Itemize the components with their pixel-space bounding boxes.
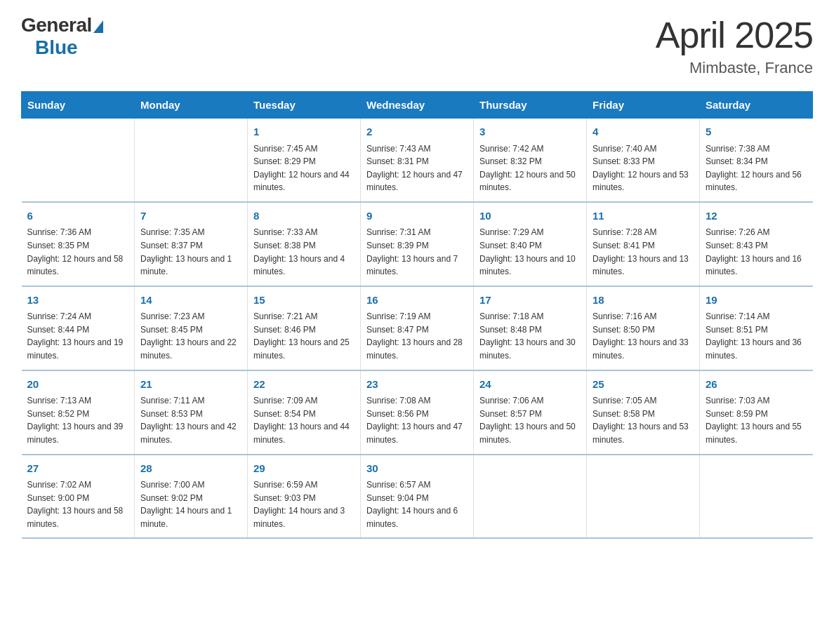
day-info: Sunrise: 7:21 AMSunset: 8:46 PMDaylight:… — [253, 310, 355, 362]
day-info: Sunrise: 7:23 AMSunset: 8:45 PMDaylight:… — [140, 310, 241, 362]
calendar-cell: 10Sunrise: 7:29 AMSunset: 8:40 PMDayligh… — [474, 202, 587, 286]
day-number: 23 — [366, 377, 468, 393]
day-number: 18 — [593, 293, 694, 309]
calendar-cell — [22, 119, 135, 202]
day-number: 15 — [253, 293, 355, 309]
calendar-cell: 25Sunrise: 7:05 AMSunset: 8:58 PMDayligh… — [587, 370, 700, 455]
day-info: Sunrise: 7:45 AMSunset: 8:29 PMDaylight:… — [253, 142, 355, 194]
day-number: 7 — [140, 208, 241, 224]
calendar-cell — [474, 455, 587, 539]
day-info: Sunrise: 7:09 AMSunset: 8:54 PMDaylight:… — [253, 394, 355, 446]
calendar-cell: 1Sunrise: 7:45 AMSunset: 8:29 PMDaylight… — [248, 119, 361, 202]
col-monday: Monday — [135, 92, 248, 119]
day-number: 16 — [366, 293, 468, 309]
day-info: Sunrise: 7:03 AMSunset: 8:59 PMDaylight:… — [706, 394, 807, 446]
calendar-cell: 18Sunrise: 7:16 AMSunset: 8:50 PMDayligh… — [587, 286, 700, 370]
day-info: Sunrise: 7:28 AMSunset: 8:41 PMDaylight:… — [593, 226, 694, 278]
calendar-cell: 5Sunrise: 7:38 AMSunset: 8:34 PMDaylight… — [700, 119, 813, 202]
day-number: 2 — [366, 124, 468, 140]
calendar-cell: 8Sunrise: 7:33 AMSunset: 8:38 PMDaylight… — [248, 202, 361, 286]
calendar-cell — [587, 455, 700, 539]
day-number: 20 — [27, 377, 129, 393]
calendar-cell: 15Sunrise: 7:21 AMSunset: 8:46 PMDayligh… — [248, 286, 361, 370]
calendar-cell — [700, 455, 813, 539]
day-info: Sunrise: 7:18 AMSunset: 8:48 PMDaylight:… — [479, 310, 581, 362]
day-number: 24 — [479, 377, 581, 393]
day-info: Sunrise: 7:42 AMSunset: 8:32 PMDaylight:… — [479, 142, 581, 194]
col-wednesday: Wednesday — [361, 92, 474, 119]
day-info: Sunrise: 7:08 AMSunset: 8:56 PMDaylight:… — [366, 394, 468, 446]
day-number: 30 — [366, 461, 468, 477]
calendar-cell: 14Sunrise: 7:23 AMSunset: 8:45 PMDayligh… — [135, 286, 248, 370]
calendar-cell: 29Sunrise: 6:59 AMSunset: 9:03 PMDayligh… — [248, 455, 361, 539]
day-number: 27 — [27, 461, 129, 477]
calendar-cell: 24Sunrise: 7:06 AMSunset: 8:57 PMDayligh… — [474, 370, 587, 455]
day-info: Sunrise: 7:29 AMSunset: 8:40 PMDaylight:… — [479, 226, 581, 278]
day-number: 11 — [593, 208, 694, 224]
day-number: 6 — [27, 208, 129, 224]
day-info: Sunrise: 7:35 AMSunset: 8:37 PMDaylight:… — [140, 226, 241, 278]
day-number: 21 — [140, 377, 241, 393]
calendar-cell: 7Sunrise: 7:35 AMSunset: 8:37 PMDaylight… — [135, 202, 248, 286]
calendar-cell: 28Sunrise: 7:00 AMSunset: 9:02 PMDayligh… — [135, 455, 248, 539]
day-info: Sunrise: 7:36 AMSunset: 8:35 PMDaylight:… — [27, 226, 129, 278]
calendar-cell — [135, 119, 248, 202]
day-info: Sunrise: 7:38 AMSunset: 8:34 PMDaylight:… — [706, 142, 807, 194]
location-subtitle: Mimbaste, France — [656, 59, 813, 77]
day-number: 17 — [479, 293, 581, 309]
page-header: General Blue April 2025 Mimbaste, France — [21, 14, 813, 77]
day-info: Sunrise: 7:11 AMSunset: 8:53 PMDaylight:… — [140, 394, 241, 446]
calendar-cell: 2Sunrise: 7:43 AMSunset: 8:31 PMDaylight… — [361, 119, 474, 202]
calendar-cell: 21Sunrise: 7:11 AMSunset: 8:53 PMDayligh… — [135, 370, 248, 455]
day-number: 26 — [706, 377, 807, 393]
calendar-cell: 22Sunrise: 7:09 AMSunset: 8:54 PMDayligh… — [248, 370, 361, 455]
day-info: Sunrise: 7:33 AMSunset: 8:38 PMDaylight:… — [253, 226, 355, 278]
day-number: 3 — [479, 124, 581, 140]
calendar-cell: 30Sunrise: 6:57 AMSunset: 9:04 PMDayligh… — [361, 455, 474, 539]
day-number: 25 — [593, 377, 694, 393]
calendar-week-row: 20Sunrise: 7:13 AMSunset: 8:52 PMDayligh… — [22, 370, 813, 455]
calendar-week-row: 27Sunrise: 7:02 AMSunset: 9:00 PMDayligh… — [22, 455, 813, 539]
day-info: Sunrise: 7:13 AMSunset: 8:52 PMDaylight:… — [27, 394, 129, 446]
day-number: 29 — [253, 461, 355, 477]
day-info: Sunrise: 6:57 AMSunset: 9:04 PMDaylight:… — [366, 478, 468, 530]
day-info: Sunrise: 7:19 AMSunset: 8:47 PMDaylight:… — [366, 310, 468, 362]
day-number: 9 — [366, 208, 468, 224]
col-thursday: Thursday — [474, 92, 587, 119]
logo-general-text: General — [21, 14, 92, 36]
calendar-week-row: 1Sunrise: 7:45 AMSunset: 8:29 PMDaylight… — [22, 119, 813, 202]
calendar-cell: 19Sunrise: 7:14 AMSunset: 8:51 PMDayligh… — [700, 286, 813, 370]
day-info: Sunrise: 7:24 AMSunset: 8:44 PMDaylight:… — [27, 310, 129, 362]
calendar-cell: 12Sunrise: 7:26 AMSunset: 8:43 PMDayligh… — [700, 202, 813, 286]
col-saturday: Saturday — [700, 92, 813, 119]
calendar-week-row: 13Sunrise: 7:24 AMSunset: 8:44 PMDayligh… — [22, 286, 813, 370]
calendar-header-row: Sunday Monday Tuesday Wednesday Thursday… — [22, 92, 813, 119]
day-info: Sunrise: 7:02 AMSunset: 9:00 PMDaylight:… — [27, 478, 129, 530]
logo-blue-text: Blue — [35, 36, 78, 59]
day-info: Sunrise: 7:26 AMSunset: 8:43 PMDaylight:… — [706, 226, 807, 278]
day-info: Sunrise: 7:40 AMSunset: 8:33 PMDaylight:… — [593, 142, 694, 194]
calendar-cell: 9Sunrise: 7:31 AMSunset: 8:39 PMDaylight… — [361, 202, 474, 286]
day-info: Sunrise: 7:43 AMSunset: 8:31 PMDaylight:… — [366, 142, 468, 194]
day-info: Sunrise: 7:00 AMSunset: 9:02 PMDaylight:… — [140, 478, 241, 530]
col-sunday: Sunday — [22, 92, 135, 119]
calendar-cell: 17Sunrise: 7:18 AMSunset: 8:48 PMDayligh… — [474, 286, 587, 370]
calendar-cell: 11Sunrise: 7:28 AMSunset: 8:41 PMDayligh… — [587, 202, 700, 286]
month-year-title: April 2025 — [656, 14, 813, 56]
calendar-cell: 27Sunrise: 7:02 AMSunset: 9:00 PMDayligh… — [22, 455, 135, 539]
day-number: 4 — [593, 124, 694, 140]
calendar-cell: 3Sunrise: 7:42 AMSunset: 8:32 PMDaylight… — [474, 119, 587, 202]
day-number: 5 — [706, 124, 807, 140]
calendar-cell: 13Sunrise: 7:24 AMSunset: 8:44 PMDayligh… — [22, 286, 135, 370]
title-block: April 2025 Mimbaste, France — [656, 14, 813, 77]
calendar-table: Sunday Monday Tuesday Wednesday Thursday… — [21, 91, 813, 539]
day-number: 12 — [706, 208, 807, 224]
day-info: Sunrise: 7:16 AMSunset: 8:50 PMDaylight:… — [593, 310, 694, 362]
day-number: 1 — [253, 124, 355, 140]
day-info: Sunrise: 6:59 AMSunset: 9:03 PMDaylight:… — [253, 478, 355, 530]
day-number: 8 — [253, 208, 355, 224]
calendar-cell: 20Sunrise: 7:13 AMSunset: 8:52 PMDayligh… — [22, 370, 135, 455]
day-info: Sunrise: 7:06 AMSunset: 8:57 PMDaylight:… — [479, 394, 581, 446]
calendar-cell: 16Sunrise: 7:19 AMSunset: 8:47 PMDayligh… — [361, 286, 474, 370]
day-number: 28 — [140, 461, 241, 477]
